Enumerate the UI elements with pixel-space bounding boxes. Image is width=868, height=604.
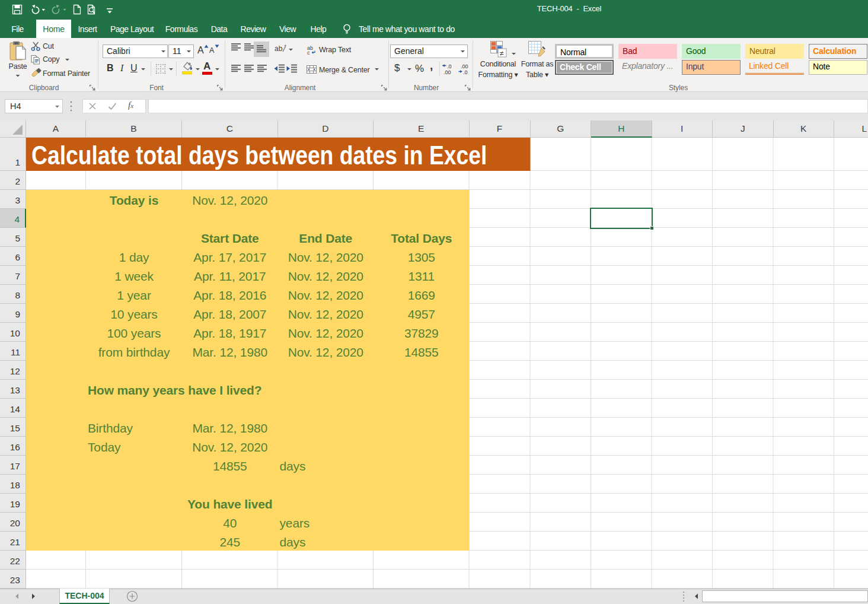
svg-text:c: c — [307, 50, 310, 55]
svg-text:ab: ab — [275, 44, 283, 53]
svg-text:.0: .0 — [447, 63, 452, 69]
svg-text:≠: ≠ — [500, 49, 504, 58]
svg-text:.0: .0 — [463, 69, 468, 75]
svg-text:.00: .00 — [443, 69, 451, 75]
svg-text:.00: .00 — [461, 63, 468, 69]
